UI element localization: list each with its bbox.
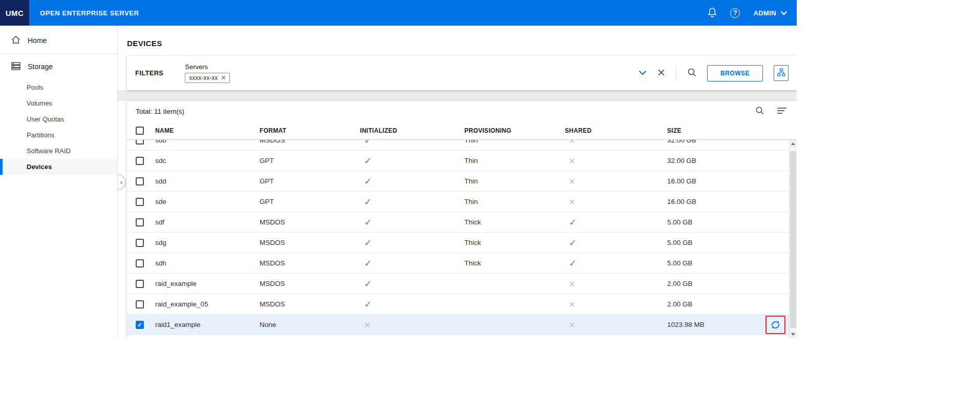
cell-provisioning: Thin	[464, 140, 565, 144]
row-checkbox[interactable]	[136, 157, 144, 165]
main-content: DEVICES FILTERS Servers xxxx-xx-xx	[118, 26, 797, 338]
filters-label: FILTERS	[135, 69, 163, 77]
vertical-scrollbar[interactable]	[789, 140, 797, 338]
select-all-checkbox[interactable]	[136, 127, 144, 135]
table-row[interactable]: sdh MSDOS ✓ Thick ✓ 5.00 GB	[127, 253, 797, 274]
cell-name: raid1_example	[155, 321, 260, 328]
row-checkbox[interactable]	[136, 218, 144, 226]
cell-name: sdh	[155, 259, 260, 267]
tree-view-button[interactable]	[774, 65, 789, 81]
table-row[interactable]: sdb MSDOS ✓ Thin × 32.00 GB	[127, 140, 797, 151]
shared-mark-icon: ×	[569, 140, 575, 146]
cell-format: MSDOS	[260, 140, 360, 144]
shared-mark-icon: ×	[569, 319, 575, 330]
cell-name: sdc	[155, 157, 260, 164]
cell-size: 16.00 GB	[667, 177, 797, 185]
initialized-mark-icon: ✓	[364, 197, 372, 206]
sidebar-item-pools[interactable]: Pools	[0, 79, 117, 95]
column-header-provisioning[interactable]: PROVISIONING	[464, 127, 565, 134]
column-header-format[interactable]: FORMAT	[260, 127, 360, 134]
row-checkbox[interactable]	[136, 177, 144, 185]
shared-mark-icon: ✓	[569, 238, 577, 247]
filter-search-button[interactable]	[687, 68, 696, 78]
table-row[interactable]: sdf MSDOS ✓ Thick ✓ 5.00 GB	[127, 212, 797, 233]
total-count: Total: 11 item(s)	[136, 108, 184, 115]
notifications-button[interactable]	[708, 7, 717, 19]
scrollbar-thumb[interactable]	[790, 151, 796, 328]
table-row[interactable]: sdd GPT ✓ Thin × 16.00 GB	[127, 171, 797, 192]
cell-format: GPT	[260, 177, 360, 185]
row-checkbox[interactable]	[136, 300, 144, 308]
user-label: ADMIN	[753, 9, 776, 17]
filter-clear-button[interactable]	[657, 69, 665, 78]
row-checkbox[interactable]	[136, 259, 144, 267]
page-title: DEVICES	[118, 26, 797, 56]
table-row[interactable]: raid_example_05 MSDOS ✓ × 2.00 GB	[127, 294, 797, 315]
table-search-button[interactable]	[755, 106, 764, 116]
column-header-name[interactable]: NAME	[155, 127, 260, 134]
column-header-shared[interactable]: SHARED	[565, 127, 667, 134]
cell-name: raid_example	[155, 280, 260, 287]
cell-size: 5.00 GB	[667, 259, 797, 267]
cell-provisioning: Thick	[464, 218, 565, 226]
cell-size: 32.00 GB	[667, 157, 797, 164]
server-filter-chip[interactable]: xxxx-xx-xx	[185, 73, 230, 83]
row-checkbox[interactable]	[136, 239, 144, 247]
cell-provisioning: Thin	[464, 198, 565, 205]
cell-size: 16.00 GB	[667, 198, 797, 205]
table-row[interactable]: sdg MSDOS ✓ Thick ✓ 5.00 GB	[127, 233, 797, 253]
table-row[interactable]: ✓ raid1_example None × × 1023.98 MB	[127, 315, 797, 335]
cell-size: 1023.98 MB	[667, 321, 765, 328]
sidebar: Home Storage Pools Volumes User Quotas P…	[0, 26, 118, 338]
cell-name: raid_example_05	[155, 300, 260, 308]
cell-format: MSDOS	[260, 259, 360, 267]
cell-provisioning: Thin	[464, 177, 565, 185]
user-menu[interactable]: ADMIN	[753, 9, 787, 17]
cell-size: 2.00 GB	[667, 300, 797, 308]
sidebar-item-software-raid[interactable]: Software RAID	[0, 143, 117, 159]
shared-mark-icon: ×	[569, 176, 575, 187]
sidebar-item-user-quotas[interactable]: User Quotas	[0, 111, 117, 127]
divider	[676, 66, 676, 81]
browse-button[interactable]: BROWSE	[707, 65, 763, 81]
cell-size: 5.00 GB	[667, 239, 797, 246]
servers-filter-field: Servers xxxx-xx-xx	[185, 63, 230, 83]
umc-logo[interactable]: UMC	[0, 0, 29, 26]
column-options-button[interactable]	[777, 107, 786, 116]
table-row[interactable]: sdc GPT ✓ Thin × 32.00 GB	[127, 151, 797, 171]
row-checkbox[interactable]: ✓	[136, 321, 144, 329]
sidebar-item-volumes[interactable]: Volumes	[0, 95, 117, 111]
cell-name: sde	[155, 198, 260, 205]
table-row[interactable]: sde GPT ✓ Thin × 16.00 GB	[127, 192, 797, 212]
initialized-mark-icon: ✓	[364, 218, 372, 227]
cell-name: sdf	[155, 218, 260, 226]
devices-table-card: Total: 11 item(s)	[127, 101, 797, 338]
row-checkbox[interactable]	[136, 280, 144, 288]
help-button[interactable]: ?	[730, 8, 740, 18]
cell-size: 32.00 GB	[667, 140, 797, 144]
initialized-mark-icon: ✓	[364, 238, 372, 247]
column-header-size[interactable]: SIZE	[667, 127, 797, 134]
row-checkbox[interactable]	[136, 198, 144, 206]
bell-icon	[708, 7, 717, 19]
scrollbar-up-button[interactable]	[790, 140, 797, 148]
chip-remove-icon[interactable]	[221, 74, 226, 81]
initialized-mark-icon: ✓	[364, 259, 372, 268]
scrollbar-down-button[interactable]	[790, 331, 797, 338]
filter-expand-button[interactable]	[638, 69, 647, 77]
table-row[interactable]: raid_example MSDOS ✓ × 2.00 GB	[127, 274, 797, 294]
servers-filter-label: Servers	[185, 63, 230, 71]
sidebar-item-devices[interactable]: Devices	[0, 159, 117, 175]
chevron-down-icon	[780, 9, 787, 17]
triangle-up-icon	[791, 142, 795, 145]
sidebar-item-home[interactable]: Home	[0, 28, 117, 53]
cell-format: MSDOS	[260, 239, 360, 246]
row-checkbox[interactable]	[136, 140, 144, 144]
shared-mark-icon: ×	[569, 155, 575, 166]
column-header-initialized[interactable]: INITIALIZED	[360, 127, 464, 134]
sidebar-item-partitions[interactable]: Partitions	[0, 127, 117, 143]
cell-name: sdg	[155, 239, 260, 246]
sidebar-item-storage[interactable]: Storage	[0, 54, 117, 79]
refresh-icon[interactable]	[770, 320, 781, 330]
sidebar-item-label: Storage	[28, 63, 53, 71]
